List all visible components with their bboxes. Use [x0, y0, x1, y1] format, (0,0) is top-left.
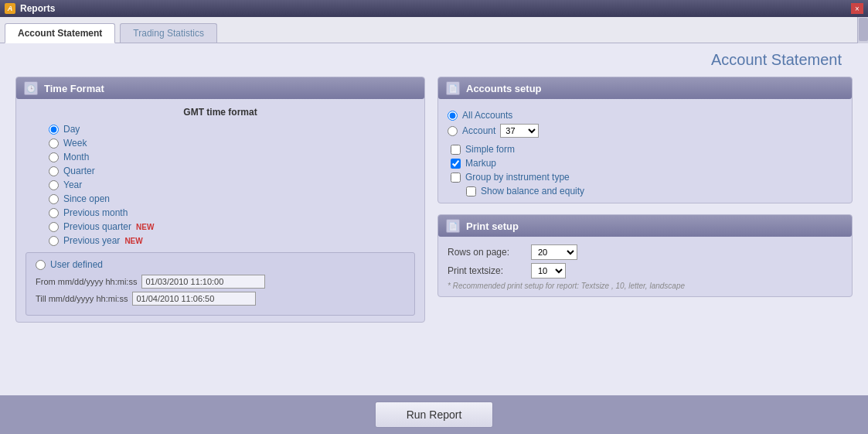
show-balance-label: Show balance and equity	[481, 186, 584, 196]
radio-all-accounts: All Accounts	[448, 110, 842, 121]
group-by-instrument-checkbox[interactable]	[451, 173, 461, 183]
user-defined-section: User defined From mm/dd/yyyy hh:mi:ss Ti…	[26, 252, 415, 316]
textsize-select[interactable]: 8 9 10 11 12	[531, 263, 566, 279]
close-button[interactable]: ×	[851, 3, 863, 14]
main-content: Account Statement 🕒 Time Format GMT time…	[0, 43, 868, 400]
checkbox-show-balance: Show balance and equity	[451, 186, 842, 196]
two-column-layout: 🕒 Time Format GMT time format Day Week	[15, 77, 853, 323]
tab-bar: Account Statement Trading Statistics	[0, 17, 868, 43]
radio-week: Week	[49, 138, 415, 149]
recommended-text: * Recommended print setup for report: Te…	[448, 282, 842, 290]
print-setup-header: 📄 Print setup	[438, 215, 852, 237]
print-setup-panel: 📄 Print setup Rows on page: 10 20 50 100	[437, 214, 853, 297]
previous-year-badge: NEW	[124, 237, 142, 245]
radio-specific-account-input[interactable]	[448, 126, 458, 136]
title-bar-left: A Reports	[5, 3, 55, 14]
checkbox-markup: Markup	[451, 158, 842, 169]
group-by-instrument-label: Group by instrument type	[465, 172, 570, 183]
radio-month-label: Month	[63, 152, 89, 162]
radio-previous-year-label: Previous year	[63, 235, 120, 246]
checkbox-group: Simple form Markup Group by instrument t…	[448, 144, 842, 196]
print-setup-title: Print setup	[466, 220, 519, 232]
tab-account-statement[interactable]: Account Statement	[5, 23, 115, 43]
radio-account-label: Account	[462, 125, 495, 136]
radio-previous-month-input[interactable]	[49, 208, 59, 218]
from-row: From mm/dd/yyyy hh:mi:ss	[36, 275, 405, 289]
radio-year-input[interactable]	[49, 180, 59, 190]
textsize-label: Print textsize:	[448, 265, 525, 276]
page-title: Account Statement	[15, 51, 853, 69]
title-bar: A Reports ×	[0, 0, 868, 17]
checkbox-simple-form: Simple form	[451, 144, 842, 155]
time-format-panel: 🕒 Time Format GMT time format Day Week	[15, 77, 425, 323]
radio-since-open-label: Since open	[63, 193, 110, 204]
radio-day-input[interactable]	[49, 125, 59, 135]
time-format-radio-group: Day Week Month Quarter	[26, 124, 415, 246]
radio-month: Month	[49, 152, 415, 162]
accounts-setup-title: Accounts setup	[466, 83, 542, 94]
radio-previous-month-label: Previous month	[63, 207, 128, 218]
radio-week-label: Week	[63, 138, 87, 149]
from-label: From mm/dd/yyyy hh:mi:ss	[36, 277, 137, 286]
markup-label: Markup	[465, 158, 496, 169]
tab-trading-statistics[interactable]: Trading Statistics	[120, 23, 217, 43]
checkbox-group-by-instrument: Group by instrument type	[451, 172, 842, 183]
radio-previous-quarter-label: Previous quarter	[63, 221, 131, 232]
time-format-title: Time Format	[44, 83, 104, 94]
radio-quarter: Quarter	[49, 166, 415, 176]
account-radio-group: All Accounts Account 37	[448, 107, 842, 141]
simple-form-label: Simple form	[465, 144, 515, 155]
from-input[interactable]	[141, 275, 265, 289]
time-format-icon: 🕒	[24, 81, 38, 95]
radio-month-input[interactable]	[49, 152, 59, 162]
radio-all-accounts-input[interactable]	[448, 111, 458, 121]
radio-previous-month: Previous month	[49, 207, 415, 218]
radio-year-label: Year	[63, 179, 82, 190]
till-row: Till mm/dd/yyyy hh:mi:ss	[36, 292, 405, 306]
account-dropdown[interactable]: 37	[500, 124, 539, 138]
radio-user-defined-input[interactable]	[36, 260, 46, 270]
radio-quarter-label: Quarter	[63, 166, 95, 176]
rows-on-page-label: Rows on page:	[448, 247, 525, 258]
radio-previous-quarter: Previous quarter NEW	[49, 221, 415, 232]
radio-previous-quarter-input[interactable]	[49, 222, 59, 232]
till-input[interactable]	[132, 292, 256, 306]
scroll-thumb	[859, 18, 868, 41]
till-label: Till mm/dd/yyyy hh:mi:ss	[36, 294, 128, 303]
rows-on-page-row: Rows on page: 10 20 50 100	[448, 244, 842, 260]
accounts-setup-icon: 📄	[446, 81, 460, 95]
gmt-label: GMT time format	[26, 107, 415, 118]
run-report-button[interactable]: Run Report	[375, 402, 494, 428]
radio-week-input[interactable]	[49, 138, 59, 149]
radio-quarter-input[interactable]	[49, 166, 59, 176]
accounts-setup-panel: 📄 Accounts setup All Accounts Account	[437, 77, 853, 203]
right-panel: 📄 Accounts setup All Accounts Account	[437, 77, 853, 323]
radio-user-defined-label: User defined	[50, 259, 103, 270]
app-window: A Reports × Account Statement Trading St…	[0, 0, 868, 434]
bottom-bar: Run Report	[0, 395, 868, 434]
radio-user-defined: User defined	[36, 259, 405, 270]
show-balance-checkbox[interactable]	[466, 186, 476, 196]
radio-all-accounts-label: All Accounts	[462, 110, 512, 121]
title-bar-text: Reports	[20, 3, 55, 14]
radio-previous-year: Previous year NEW	[49, 235, 415, 246]
radio-day-label: Day	[63, 124, 80, 135]
textsize-row: Print textsize: 8 9 10 11 12	[448, 263, 842, 279]
accounts-setup-header: 📄 Accounts setup	[438, 77, 852, 99]
print-setup-icon: 📄	[446, 219, 460, 233]
radio-account: Account 37	[448, 124, 842, 138]
radio-since-open-input[interactable]	[49, 194, 59, 204]
app-icon: A	[5, 3, 15, 14]
radio-previous-year-input[interactable]	[49, 236, 59, 246]
rows-on-page-select[interactable]: 10 20 50 100	[531, 244, 577, 260]
radio-since-open: Since open	[49, 193, 415, 204]
radio-day: Day	[49, 124, 415, 135]
radio-year: Year	[49, 179, 415, 190]
markup-checkbox[interactable]	[451, 159, 461, 169]
time-format-header: 🕒 Time Format	[16, 77, 424, 99]
simple-form-checkbox[interactable]	[451, 145, 461, 155]
previous-quarter-badge: NEW	[136, 223, 154, 231]
